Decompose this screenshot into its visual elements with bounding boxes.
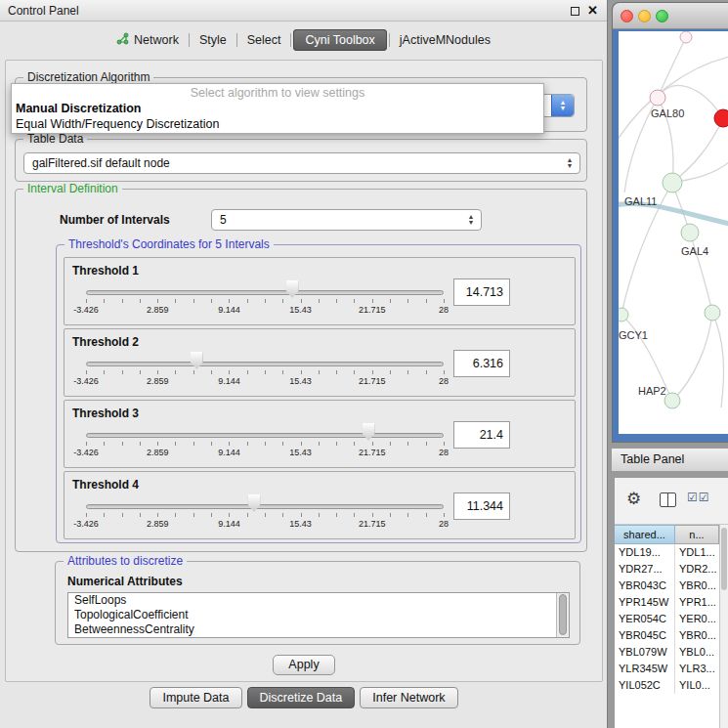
list-item[interactable]: SelfLoops [68, 593, 569, 608]
threshold-4-value-input[interactable]: 11.344 [453, 492, 510, 520]
tick-label: 2.859 [147, 448, 169, 457]
table-data-combobox[interactable]: galFiltered.sif default node ▲▼ [23, 152, 580, 174]
table-row[interactable]: YBR045C YBR0... [615, 627, 719, 644]
slider-tick-labels: -3.426 2.859 9.144 15.43 21.715 28 [86, 448, 444, 459]
list-item[interactable]: TopologicalCoefficient [68, 608, 569, 622]
threshold-2-slider[interactable]: -3.426 2.859 9.144 15.43 21.715 28 [86, 329, 444, 398]
columns-icon[interactable] [660, 492, 676, 507]
slider-thumb[interactable] [363, 423, 375, 441]
tick-label: -3.426 [73, 305, 99, 315]
slider-ticks [86, 513, 445, 517]
table-row[interactable]: YPR145W YPR1... [615, 594, 719, 611]
slider-track[interactable] [86, 290, 444, 295]
cell: YBL079W [615, 644, 675, 661]
tick-label: 28 [439, 376, 449, 386]
slider-thumb[interactable] [191, 352, 203, 369]
cell: YDR2... [675, 561, 719, 578]
tab-cyni-toolbox[interactable]: Cyni Toolbox [293, 29, 386, 51]
column-header-shared[interactable]: shared... [615, 525, 675, 544]
minimize-traffic-light[interactable] [638, 10, 651, 22]
threshold-2-value-input[interactable]: 6.316 [453, 350, 510, 377]
network-node-selected[interactable] [714, 109, 728, 127]
tick-label: 28 [439, 519, 449, 529]
network-node[interactable] [705, 305, 720, 321]
table-panel-title: Table Panel [621, 452, 684, 466]
table-row[interactable]: YLR345W YLR3... [615, 661, 719, 677]
cell: YDR27... [615, 561, 675, 578]
cell: YBL0... [675, 644, 719, 661]
combobox-stepper-icon[interactable]: ▲▼ [563, 153, 577, 173]
network-node[interactable] [663, 173, 682, 193]
table-scrollbar-thumb[interactable] [721, 528, 727, 590]
column-header-name[interactable]: n... [675, 525, 719, 544]
number-of-intervals-combobox[interactable]: 5 ▲▼ [211, 209, 482, 231]
gear-icon[interactable]: ⚙ [626, 489, 641, 509]
network-node[interactable] [680, 31, 692, 43]
slider-track[interactable] [86, 504, 444, 509]
close-traffic-light[interactable] [621, 10, 633, 22]
combobox-stepper-icon[interactable]: ▲▼ [464, 210, 478, 230]
table-toolbar: ⚙ ☑☑ [615, 478, 728, 525]
tab-discretize-data[interactable]: Discretize Data [247, 687, 356, 708]
threshold-coordinates-group-title: Threshold's Coordinates for 5 Intervals [64, 237, 274, 251]
close-icon[interactable]: ✕ [587, 5, 598, 17]
network-node[interactable] [681, 224, 699, 241]
network-node[interactable] [664, 393, 680, 408]
apply-button[interactable]: Apply [273, 655, 335, 675]
algorithm-option-equal-width[interactable]: Equal Width/Frequency Discretization [12, 116, 543, 132]
threshold-1-value-input[interactable]: 14.713 [453, 278, 510, 306]
tab-network-label: Network [134, 33, 179, 47]
slider-thumb[interactable] [286, 280, 299, 298]
network-graph [619, 31, 728, 434]
tick-label: 28 [439, 305, 449, 315]
tick-label: 28 [439, 448, 449, 457]
table-row[interactable]: YDL19... YDL1... [615, 544, 719, 561]
list-scrollbar[interactable] [556, 593, 569, 637]
list-scrollbar-thumb[interactable] [559, 594, 567, 635]
network-canvas[interactable]: GAL80 GAL11 GAL4 GCY1 HAP2 [619, 31, 728, 434]
numerical-attributes-label: Numerical Attributes [67, 575, 183, 588]
cyni-main-panel: Discretization Algorithm ▲▼ Select algor… [5, 60, 603, 682]
node-label: GAL80 [651, 107, 684, 119]
checkbox-icons[interactable]: ☑☑ [687, 491, 710, 504]
table-row[interactable]: YBL079W YBL0... [615, 644, 719, 661]
table-row[interactable]: YBR043C YBR0... [615, 578, 719, 594]
tab-impute-data[interactable]: Impute Data [150, 687, 241, 708]
threshold-4-slider[interactable]: -3.426 2.859 9.144 15.43 21.715 28 [86, 472, 444, 540]
list-item[interactable]: BetweennessCentrality [68, 622, 569, 637]
algorithm-option-manual[interactable]: Manual Discretization [12, 101, 543, 116]
node-label: GCY1 [619, 329, 648, 341]
network-node[interactable] [619, 308, 628, 321]
table-scrollbar[interactable] [719, 525, 728, 728]
tick-label: 21.715 [359, 448, 386, 457]
tab-jactivemnodules[interactable]: jActiveMNodules [392, 30, 498, 50]
table-row[interactable]: YIL052C YIL0... [615, 677, 719, 694]
threshold-3-value-input[interactable]: 21.4 [453, 421, 510, 449]
slider-ticks [86, 442, 445, 446]
combobox-stepper-icon[interactable]: ▲▼ [551, 95, 574, 116]
float-window-icon[interactable] [571, 7, 579, 16]
tab-select[interactable]: Select [239, 30, 289, 50]
table-row[interactable]: YER054C YER0... [615, 611, 719, 627]
tab-style-label: Style [199, 33, 227, 47]
threshold-1-slider[interactable]: -3.426 2.859 9.144 15.43 21.715 28 [86, 258, 444, 326]
tab-infer-network[interactable]: Infer Network [360, 687, 457, 708]
tab-divider [189, 33, 190, 47]
threshold-3-slider[interactable]: -3.426 2.859 9.144 15.43 21.715 28 [86, 401, 444, 469]
numerical-attributes-list[interactable]: SelfLoops TopologicalCoefficient Between… [67, 592, 570, 638]
tab-style[interactable]: Style [192, 30, 235, 50]
zoom-traffic-light[interactable] [656, 10, 668, 22]
table-row[interactable]: YDR27... YDR2... [615, 561, 719, 578]
threshold-coordinates-group: Threshold's Coordinates for 5 Intervals … [56, 244, 581, 543]
table-panel-header[interactable]: Table Panel [612, 448, 728, 472]
slider-thumb[interactable] [248, 494, 261, 512]
node-label: GAL4 [681, 245, 708, 257]
slider-track[interactable] [86, 433, 444, 438]
network-view-window: GAL80 GAL11 GAL4 GCY1 HAP2 [612, 2, 728, 443]
tab-network[interactable]: Network [108, 29, 187, 51]
network-window-titlebar [613, 3, 728, 29]
tab-divider [389, 33, 390, 47]
slider-track[interactable] [86, 362, 444, 366]
network-node[interactable] [650, 90, 665, 106]
attributes-group-title: Attributes to discretize [64, 554, 187, 568]
